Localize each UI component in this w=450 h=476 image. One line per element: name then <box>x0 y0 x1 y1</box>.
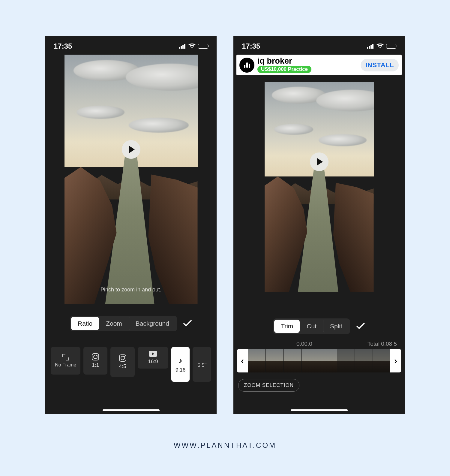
confirm-icon[interactable] <box>356 323 365 330</box>
home-indicator[interactable] <box>103 409 160 411</box>
segmented-control: Trim Cut Split <box>273 318 350 334</box>
noframe-icon <box>62 354 69 360</box>
status-time: 17:35 <box>242 42 260 50</box>
tab-split[interactable]: Split <box>323 320 349 333</box>
ratio-no-frame[interactable]: No Frame <box>51 347 80 375</box>
play-button[interactable] <box>310 152 328 171</box>
frame-strip[interactable] <box>248 349 390 372</box>
trim-handle-left[interactable]: ‹ <box>237 349 248 372</box>
segmented-control: Ratio Zoom Background <box>70 316 177 331</box>
ratio-1-1[interactable]: 1:1 <box>83 347 107 375</box>
status-bar: 17:35 <box>233 36 405 53</box>
video-preview[interactable] <box>265 82 374 292</box>
wifi-icon <box>188 44 196 49</box>
signal-icon <box>367 44 374 49</box>
play-button[interactable] <box>122 140 140 159</box>
svg-rect-2 <box>182 45 184 49</box>
signal-icon <box>179 44 186 49</box>
ad-app-icon <box>239 58 254 73</box>
video-preview[interactable]: Pinch to zoom in and out. <box>64 55 198 304</box>
battery-icon <box>386 44 396 49</box>
ad-subtitle: US$10,000 Practice <box>257 66 311 73</box>
ratio-options: No Frame 1:1 4:5 16:9 ♪ 9:16 5.5'' <box>45 347 217 382</box>
wifi-icon <box>376 44 384 49</box>
status-indicators <box>367 44 396 49</box>
footer-url: WWW.PLANNTHAT.COM <box>0 441 450 450</box>
battery-icon <box>198 44 208 49</box>
confirm-icon[interactable] <box>183 320 192 327</box>
phone-right: 17:35 iq broker US$10,000 Practice INSTA… <box>233 36 405 414</box>
zoom-selection-button[interactable]: ZOOM SELECTION <box>238 379 299 392</box>
svg-rect-3 <box>184 44 185 49</box>
current-time: 0:00.0 <box>296 341 312 347</box>
time-row: 0:00.0 Total 0:08.5 <box>233 334 405 349</box>
tab-ratio[interactable]: Ratio <box>71 317 99 330</box>
instagram-icon <box>119 354 126 362</box>
tab-background[interactable]: Background <box>129 317 176 330</box>
phone-left: 17:35 Pinch to zoom in and out. <box>45 36 217 414</box>
edit-tabs: Ratio Zoom Background <box>45 316 217 331</box>
tiktok-icon: ♪ <box>178 356 182 365</box>
svg-rect-1 <box>181 46 182 49</box>
ratio-4-5[interactable]: 4:5 <box>110 347 135 377</box>
instagram-icon <box>92 353 99 360</box>
ad-title: iq broker <box>257 57 358 65</box>
status-bar: 17:35 <box>45 36 217 53</box>
tab-trim[interactable]: Trim <box>274 320 300 333</box>
svg-rect-0 <box>179 47 180 49</box>
tab-cut[interactable]: Cut <box>300 320 323 333</box>
install-button[interactable]: INSTALL <box>361 59 399 71</box>
status-indicators <box>179 44 208 49</box>
youtube-icon <box>149 351 157 357</box>
home-indicator[interactable] <box>291 409 348 411</box>
svg-rect-7 <box>372 44 374 49</box>
ratio-16-9[interactable]: 16:9 <box>138 347 168 369</box>
total-time: Total 0:08.5 <box>368 341 397 347</box>
zoom-hint: Pinch to zoom in and out. <box>64 287 198 293</box>
svg-rect-5 <box>369 46 370 49</box>
trim-handle-right[interactable]: › <box>390 349 401 372</box>
ratio-9-16[interactable]: ♪ 9:16 <box>171 347 190 382</box>
ad-banner[interactable]: iq broker US$10,000 Practice INSTALL <box>236 55 402 75</box>
tab-zoom[interactable]: Zoom <box>99 317 129 330</box>
ratio-5-5[interactable]: 5.5'' <box>193 347 211 382</box>
edit-tabs: Trim Cut Split <box>233 318 405 334</box>
trim-timeline[interactable]: ‹ › <box>237 349 401 372</box>
svg-rect-4 <box>367 47 368 49</box>
svg-rect-6 <box>370 45 372 49</box>
status-time: 17:35 <box>54 42 72 50</box>
